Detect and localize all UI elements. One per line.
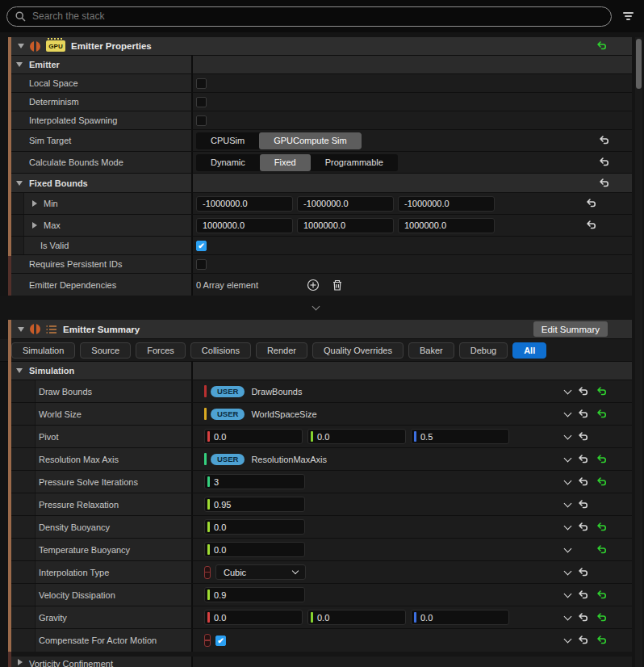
emitter-properties-header[interactable]: GPU Emitter Properties (11, 37, 632, 56)
pivot-z-field[interactable]: 0.5 (411, 429, 509, 444)
undo-button[interactable] (578, 568, 589, 577)
chevron-down-icon[interactable] (564, 454, 572, 462)
category-row-simulation[interactable]: Simulation (11, 362, 632, 380)
reset-to-default-button[interactable] (596, 455, 608, 464)
scrollbar-track[interactable] (635, 37, 642, 667)
requires-persistent-ids-checkbox[interactable] (196, 259, 207, 270)
collapse-triangle-icon[interactable] (18, 327, 24, 332)
reset-to-default-button[interactable] (596, 522, 608, 532)
chevron-down-icon[interactable] (564, 567, 572, 575)
chevron-down-icon[interactable] (564, 476, 572, 485)
min-x-field[interactable]: -1000000.0 (196, 196, 293, 212)
determinism-checkbox[interactable] (196, 97, 207, 107)
expand-triangle-icon[interactable] (18, 659, 23, 665)
add-element-button[interactable] (307, 279, 320, 292)
gravity-y-field[interactable]: 0.0 (307, 610, 406, 625)
density-buoyancy-field[interactable]: 0.0 (204, 519, 305, 535)
chevron-down-icon[interactable] (564, 409, 572, 417)
category-row-vorticity-confinement[interactable]: Vorticity Confinement (11, 657, 632, 667)
reset-to-default-button[interactable] (596, 613, 608, 623)
max-z-field[interactable]: 1000000.0 (398, 218, 495, 233)
interpolation-type-dropdown[interactable]: Cubic (215, 564, 306, 580)
bounds-mode-option-fixed[interactable]: Fixed (260, 154, 311, 171)
tab-collisions[interactable]: Collisions (190, 342, 251, 359)
undo-button[interactable] (578, 500, 589, 510)
delete-elements-button[interactable] (331, 279, 344, 292)
max-x-field[interactable]: 1000000.0 (196, 218, 293, 233)
undo-button[interactable] (578, 636, 589, 645)
sim-target-option-gpu[interactable]: GPUCompute Sim (259, 132, 361, 149)
undo-button[interactable] (586, 220, 597, 230)
undo-button[interactable] (578, 613, 589, 623)
reset-to-default-button[interactable] (596, 477, 608, 487)
sim-target-option-cpu[interactable]: CPUSim (196, 132, 259, 149)
property-label: Max (44, 220, 61, 230)
pressure-solve-iterations-field[interactable]: 3 (204, 474, 305, 489)
gravity-x-field[interactable]: 0.0 (204, 610, 303, 625)
chevron-down-icon[interactable] (564, 589, 572, 598)
velocity-dissipation-field[interactable]: 0.9 (204, 587, 305, 602)
undo-button[interactable] (599, 178, 610, 188)
gravity-z-field[interactable]: 0.0 (411, 610, 509, 625)
stack-expander[interactable] (0, 296, 632, 320)
chevron-down-icon[interactable] (564, 612, 572, 620)
min-y-field[interactable]: -1000000.0 (297, 196, 394, 212)
pressure-relaxation-field[interactable]: 0.95 (204, 497, 305, 512)
search-input[interactable]: Search the stack (6, 6, 612, 27)
chevron-down-icon[interactable] (564, 499, 572, 507)
is-valid-checkbox[interactable]: ✔ (196, 241, 207, 251)
tab-baker[interactable]: Baker (408, 342, 454, 359)
compensate-for-actor-motion-checkbox[interactable]: ✔ (215, 636, 226, 646)
tab-all[interactable]: All (512, 342, 546, 359)
collapse-triangle-icon[interactable] (16, 62, 23, 67)
collapse-triangle-icon[interactable] (16, 181, 23, 186)
tab-simulation[interactable]: Simulation (11, 342, 75, 359)
undo-button[interactable] (578, 590, 589, 600)
undo-button[interactable] (599, 136, 610, 145)
expand-triangle-icon[interactable] (32, 222, 37, 229)
filter-button[interactable] (620, 9, 637, 23)
reset-to-default-button[interactable] (596, 387, 608, 396)
expand-triangle-icon[interactable] (32, 200, 37, 207)
category-row-emitter[interactable]: Emitter (11, 56, 632, 74)
reset-button[interactable] (596, 41, 608, 51)
undo-button[interactable] (599, 157, 610, 167)
pivot-y-field[interactable]: 0.0 (307, 429, 406, 444)
tab-render[interactable]: Render (256, 342, 307, 359)
reset-to-default-button[interactable] (596, 590, 608, 600)
chevron-down-icon[interactable] (564, 636, 572, 644)
property-label: Gravity (39, 613, 67, 623)
interpolated-spawning-checkbox[interactable] (196, 115, 207, 126)
tab-forces[interactable]: Forces (136, 342, 186, 359)
tab-quality-overrides[interactable]: Quality Overrides (312, 342, 404, 359)
temperature-buoyancy-field[interactable]: 0.0 (204, 542, 305, 557)
scrollbar-thumb[interactable] (636, 39, 642, 89)
undo-button[interactable] (578, 455, 589, 464)
reset-to-default-button[interactable] (596, 545, 608, 555)
emitter-summary-header[interactable]: Emitter Summary Edit Summary (11, 320, 632, 339)
local-space-checkbox[interactable] (196, 78, 207, 89)
undo-button[interactable] (578, 432, 589, 442)
undo-button[interactable] (578, 477, 589, 487)
max-y-field[interactable]: 1000000.0 (297, 218, 394, 233)
undo-button[interactable] (578, 409, 589, 419)
bounds-mode-option-dynamic[interactable]: Dynamic (196, 154, 260, 171)
undo-button[interactable] (578, 522, 589, 532)
pivot-x-field[interactable]: 0.0 (204, 429, 303, 444)
chevron-down-icon[interactable] (564, 386, 572, 394)
reset-to-default-button[interactable] (596, 409, 608, 419)
undo-button[interactable] (586, 199, 597, 208)
min-z-field[interactable]: -1000000.0 (398, 196, 495, 212)
tab-debug[interactable]: Debug (459, 342, 508, 359)
undo-button[interactable] (578, 387, 589, 396)
chevron-down-icon[interactable] (564, 522, 572, 530)
chevron-down-icon[interactable] (564, 544, 572, 552)
category-row-fixed-bounds[interactable]: Fixed Bounds (11, 174, 632, 193)
bounds-mode-option-programmable[interactable]: Programmable (311, 154, 398, 171)
tab-source[interactable]: Source (80, 342, 131, 359)
collapse-triangle-icon[interactable] (16, 368, 23, 373)
edit-summary-button[interactable]: Edit Summary (533, 321, 608, 337)
reset-to-default-button[interactable] (596, 636, 608, 645)
chevron-down-icon[interactable] (564, 431, 572, 439)
collapse-triangle-icon[interactable] (18, 44, 24, 48)
